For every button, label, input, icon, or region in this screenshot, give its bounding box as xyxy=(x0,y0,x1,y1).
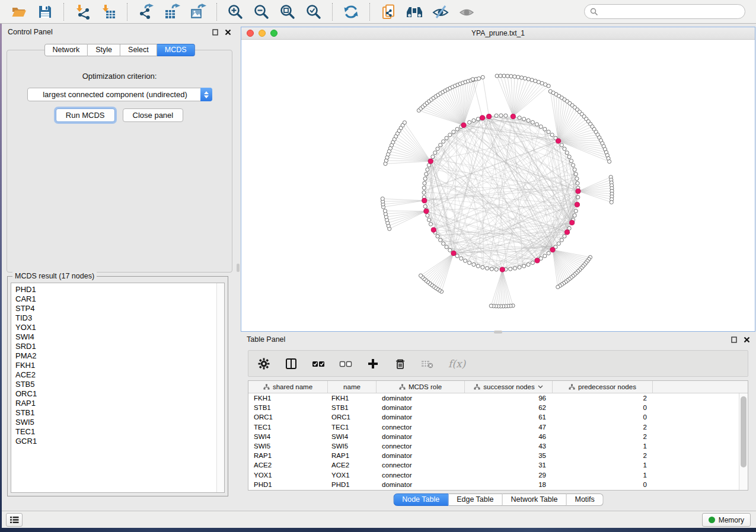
table-row[interactable]: STB1STB1dominator620 xyxy=(248,403,739,412)
delete-column-trash-icon[interactable] xyxy=(394,357,407,370)
cell-mcds-role: connector xyxy=(377,424,465,431)
zoom-selected-icon[interactable] xyxy=(305,3,323,21)
hide-graphics-eye-icon[interactable] xyxy=(432,3,449,21)
column-edit-icon xyxy=(263,384,270,390)
run-mcds-button[interactable]: Run MCDS xyxy=(56,108,115,122)
mcds-result-item[interactable]: PMA2 xyxy=(11,351,224,361)
memory-label: Memory xyxy=(719,516,744,524)
network-canvas[interactable] xyxy=(241,40,755,331)
show-graphics-eye-icon xyxy=(458,3,476,21)
node-table: shared name name MCDS role successor nod… xyxy=(248,380,748,491)
table-row[interactable]: PHD1PHD1dominator180 xyxy=(248,480,739,489)
mcds-result-item[interactable]: YOX1 xyxy=(11,323,224,332)
mcds-result-item[interactable]: STP4 xyxy=(11,304,224,313)
show-panels-list-button[interactable] xyxy=(6,513,23,527)
table-row[interactable]: RAP1RAP1dominator352 xyxy=(248,451,739,460)
zoom-fit-icon[interactable] xyxy=(279,3,296,21)
mcds-result-item[interactable]: SWI4 xyxy=(11,332,224,342)
cell-shared-name: STB1 xyxy=(248,404,328,411)
cell-predecessor-nodes: 0 xyxy=(553,404,653,411)
memory-button[interactable]: Memory xyxy=(702,513,751,527)
cell-predecessor-nodes: 2 xyxy=(553,433,653,440)
export-image-icon[interactable] xyxy=(189,3,207,21)
mcds-result-item[interactable]: SRD1 xyxy=(11,342,224,351)
desktop-wallpaper-bottom xyxy=(0,528,756,532)
table-row[interactable]: ORC1ORC1dominator610 xyxy=(248,412,739,422)
column-header-successor-nodes[interactable]: successor nodes xyxy=(465,381,553,393)
table-row[interactable]: SWI5SWI5connector431 xyxy=(248,441,739,451)
column-header-name[interactable]: name xyxy=(328,381,377,393)
open-file-icon[interactable] xyxy=(10,3,28,21)
mcds-result-item[interactable]: PHD1 xyxy=(11,285,224,294)
close-panel-icon[interactable] xyxy=(744,336,750,343)
export-table-icon[interactable] xyxy=(163,3,181,21)
add-column-icon[interactable] xyxy=(366,357,379,370)
table-row[interactable]: TEC1TEC1connector472 xyxy=(248,422,739,432)
tab-style[interactable]: Style xyxy=(88,44,120,56)
mcds-result-item[interactable]: TID3 xyxy=(11,313,224,323)
tab-select[interactable]: Select xyxy=(120,44,157,56)
table-row[interactable]: ACE2ACE2connector311 xyxy=(248,460,739,470)
zoom-in-icon[interactable] xyxy=(227,3,244,21)
search-field[interactable] xyxy=(584,4,745,19)
mcds-result-item[interactable]: STB5 xyxy=(11,380,224,389)
cell-predecessor-nodes: 2 xyxy=(553,424,653,431)
export-network-icon[interactable] xyxy=(137,3,155,21)
network-window-titlebar[interactable]: YPA_prune.txt_1 xyxy=(241,27,755,40)
table-scrollbar-thumb[interactable] xyxy=(741,396,747,467)
tab-mcds[interactable]: MCDS xyxy=(157,44,195,56)
cell-mcds-role: dominator xyxy=(377,481,465,488)
cell-mcds-role: dominator xyxy=(377,404,465,411)
column-selector-icon[interactable] xyxy=(285,357,298,370)
table-scrollbar[interactable] xyxy=(739,393,748,490)
float-panel-icon[interactable] xyxy=(212,29,219,36)
status-bar: Memory xyxy=(2,511,756,528)
column-header-shared-name[interactable]: shared name xyxy=(248,381,328,393)
criterion-dropdown[interactable]: largest connected component (undirected) xyxy=(27,88,212,101)
binoculars-icon[interactable] xyxy=(406,3,423,21)
select-all-checkboxes-icon[interactable] xyxy=(312,357,325,370)
close-panel-icon[interactable] xyxy=(225,29,231,36)
save-session-icon[interactable] xyxy=(36,3,54,21)
control-panel: Control Panel Network Style Select MCDS … xyxy=(2,24,237,511)
mcds-result-item[interactable]: STB1 xyxy=(11,408,224,418)
mcds-list-scrollbar[interactable] xyxy=(216,283,224,492)
tab-network-table[interactable]: Network Table xyxy=(503,493,567,506)
cell-predecessor-nodes: 1 xyxy=(553,472,653,479)
search-input[interactable] xyxy=(598,6,745,18)
refresh-view-icon[interactable] xyxy=(342,3,360,21)
column-header-predecessor-nodes[interactable]: predecessor nodes xyxy=(553,381,653,393)
tab-motifs[interactable]: Motifs xyxy=(566,493,603,506)
cell-successor-nodes: 29 xyxy=(465,472,553,479)
deselect-all-checkboxes-icon[interactable] xyxy=(339,357,352,370)
column-header-mcds-role[interactable]: MCDS role xyxy=(377,381,465,393)
cell-mcds-role: dominator xyxy=(377,395,465,402)
close-panel-button[interactable]: Close panel xyxy=(123,108,184,122)
vertical-splitter-handle[interactable] xyxy=(237,264,240,272)
mcds-result-list[interactable]: PHD1CAR1STP4TID3YOX1SWI4SRD1PMA2FKH1ACE2… xyxy=(11,283,225,493)
mcds-result-item[interactable]: RAP1 xyxy=(11,399,224,408)
import-table-icon[interactable] xyxy=(100,3,117,21)
tab-edge-table[interactable]: Edge Table xyxy=(448,493,502,506)
share-document-icon[interactable] xyxy=(379,3,397,21)
mcds-result-item[interactable]: CAR1 xyxy=(11,294,224,304)
cell-successor-nodes: 18 xyxy=(465,481,553,488)
table-row[interactable]: SWI4SWI4dominator462 xyxy=(248,432,739,441)
zoom-out-icon[interactable] xyxy=(253,3,270,21)
mcds-result-item[interactable]: FKH1 xyxy=(11,361,224,370)
import-network-icon[interactable] xyxy=(74,3,91,21)
mcds-result-item[interactable]: ACE2 xyxy=(11,370,224,380)
table-row[interactable]: YOX1YOX1connector291 xyxy=(248,470,739,480)
mcds-result-item[interactable]: SWI5 xyxy=(11,418,224,427)
mcds-result-item[interactable]: ORC1 xyxy=(11,389,224,399)
search-icon xyxy=(590,8,598,16)
tab-node-table[interactable]: Node Table xyxy=(393,493,448,506)
tab-network[interactable]: Network xyxy=(44,44,88,56)
table-settings-gear-icon[interactable] xyxy=(257,357,270,370)
horizontal-splitter-handle[interactable] xyxy=(494,331,502,334)
mcds-result-item[interactable]: GCR1 xyxy=(11,437,224,446)
float-panel-icon[interactable] xyxy=(731,336,738,343)
mcds-result-item[interactable]: TEC1 xyxy=(11,427,224,437)
cell-predecessor-nodes: 1 xyxy=(553,462,653,469)
table-row[interactable]: FKH1FKH1dominator962 xyxy=(248,393,739,403)
